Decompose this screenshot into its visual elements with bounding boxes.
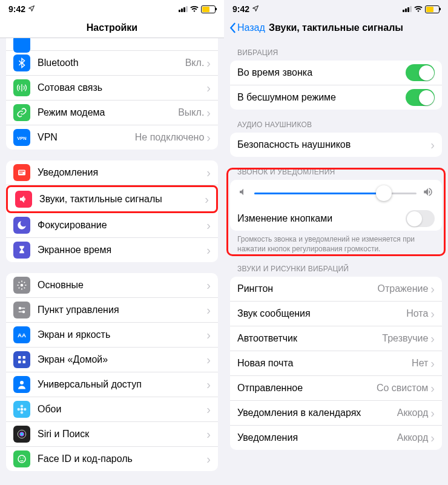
link-icon (13, 104, 30, 121)
vpn-icon: VPN (13, 129, 30, 146)
volume-slider-row[interactable] (230, 180, 442, 206)
cell-signal-icon (403, 6, 412, 12)
status-bar: 9:42 (0, 0, 224, 18)
settings-row[interactable]: В бесшумном режиме (230, 85, 442, 110)
settings-row[interactable]: VPNVPNНе подключено› (6, 125, 218, 150)
svg-point-14 (20, 381, 24, 384)
nav-title: Звуки, тактильные сигналы (269, 22, 403, 33)
change-with-buttons-row[interactable]: Изменение кнопками (230, 206, 442, 231)
settings-row[interactable]: Режим модемаВыкл.› (6, 101, 218, 125)
svg-text:AA: AA (18, 332, 26, 338)
svg-rect-11 (23, 356, 26, 359)
volume-slider[interactable] (254, 193, 417, 194)
row-value: Вкл. (185, 58, 205, 68)
settings-row[interactable]: Экранное время› (6, 238, 218, 262)
row-label: Экран «Домой» (38, 354, 206, 365)
toggle[interactable] (406, 89, 435, 106)
sounds-screen: 9:42 Назад Звуки, тактильные сигналы ВИБ… (224, 0, 448, 485)
ringer-footer: Громкость звонка и уведомлений не изменя… (224, 231, 448, 254)
toggle[interactable] (406, 64, 435, 81)
settings-row[interactable]: Новая почтаНет› (230, 351, 442, 376)
bell-icon (13, 164, 30, 181)
settings-row[interactable]: Обои› (6, 397, 218, 422)
nav-title: Настройки (87, 22, 137, 33)
antenna-icon (13, 79, 30, 96)
settings-row[interactable]: Звук сообщенияНота› (230, 302, 442, 326)
general-group: Основные›Пункт управления›AAЭкран и ярко… (6, 273, 218, 471)
svg-point-19 (24, 408, 27, 411)
settings-row[interactable]: ОтправленноеСо свистом› (230, 376, 442, 401)
svg-text:VPN: VPN (17, 136, 26, 141)
chevron-right-icon: › (206, 303, 211, 317)
chevron-right-icon: › (206, 328, 211, 342)
settings-row[interactable]: Универсальный доступ› (6, 372, 218, 397)
row-label: Универсальный доступ (38, 379, 206, 390)
settings-row[interactable]: Основные› (6, 273, 218, 298)
chevron-right-icon: › (206, 378, 211, 392)
settings-row[interactable]: Звуки, тактильные сигналы› (6, 185, 218, 213)
svg-point-16 (21, 405, 24, 408)
row-label: Siri и Поиск (38, 429, 206, 440)
chevron-right-icon: › (206, 219, 211, 233)
settings-row[interactable]: Сотовая связь› (6, 76, 218, 101)
chevron-right-icon: › (430, 406, 435, 420)
settings-row[interactable]: АвтоответчикТрезвучие› (230, 326, 442, 351)
volume-low-icon (239, 187, 248, 199)
change-buttons-toggle[interactable] (406, 210, 435, 227)
audio-group: Безопасность наушников › (230, 133, 442, 157)
row-value: Трезвучие (382, 333, 428, 344)
settings-row[interactable]: Face ID и код-пароль› (6, 447, 218, 471)
settings-row[interactable]: BluetoothВкл.› (6, 51, 218, 76)
row-label: Face ID и код-пароль (38, 454, 206, 464)
settings-row[interactable]: Пункт управления› (6, 298, 218, 323)
headphone-safety-row[interactable]: Безопасность наушников › (230, 133, 442, 157)
chevron-right-icon: › (430, 381, 435, 395)
row-partial[interactable] (6, 38, 218, 51)
row-value: Выкл. (178, 107, 204, 118)
speaker-icon (15, 191, 32, 208)
row-label: Новая почта (237, 358, 412, 369)
nav-bar: Настройки (0, 18, 224, 38)
row-label: VPN (38, 132, 135, 143)
row-label: Bluetooth (38, 58, 185, 68)
svg-point-15 (21, 408, 24, 411)
settings-row[interactable]: AAЭкран и яркость› (6, 323, 218, 348)
row-label: Экранное время (38, 245, 206, 256)
row-label: Экран и яркость (38, 329, 206, 340)
status-time: 9:42 (232, 4, 249, 14)
status-time: 9:42 (8, 4, 25, 14)
back-button[interactable]: Назад (229, 22, 265, 33)
chevron-right-icon: › (206, 166, 211, 180)
svg-point-23 (18, 455, 25, 463)
ringer-group: Изменение кнопками (230, 180, 442, 231)
row-label: Уведомления (237, 432, 397, 443)
row-label: Звуки, тактильные сигналы (39, 194, 205, 205)
svg-point-22 (21, 433, 24, 436)
chevron-right-icon: › (430, 332, 435, 346)
battery-icon (201, 5, 216, 13)
settings-row[interactable]: Экран «Домой»› (6, 348, 218, 372)
settings-row[interactable]: РингтонОтражение› (230, 277, 442, 302)
svg-rect-12 (18, 361, 21, 364)
row-value: Не подключено (135, 132, 205, 143)
svg-rect-2 (19, 171, 25, 172)
settings-root-screen: 9:42 Настройки BluetoothВкл.›Сотовая свя… (0, 0, 224, 485)
settings-row[interactable]: Уведомления› (6, 160, 218, 185)
row-label: В бесшумном режиме (237, 92, 406, 103)
settings-row[interactable]: Siri и Поиск› (6, 422, 218, 447)
aa-icon: AA (13, 326, 30, 343)
settings-row[interactable]: Уведомления в календаряхАккорд› (230, 401, 442, 426)
row-value: Нота (406, 308, 428, 319)
settings-row[interactable]: Фокусирование› (6, 213, 218, 238)
row-value: Аккорд (397, 432, 429, 443)
svg-point-18 (18, 408, 21, 411)
flower-icon (13, 401, 30, 418)
row-label: Уведомления в календарях (237, 407, 397, 418)
chevron-right-icon: › (430, 138, 435, 152)
wifi-icon (414, 4, 423, 14)
chevron-right-icon: › (430, 282, 435, 296)
settings-row[interactable]: Во время звонка (230, 61, 442, 85)
settings-row[interactable]: УведомленияАккорд› (230, 426, 442, 450)
row-value: Аккорд (397, 407, 429, 418)
chevron-right-icon: › (206, 56, 211, 70)
